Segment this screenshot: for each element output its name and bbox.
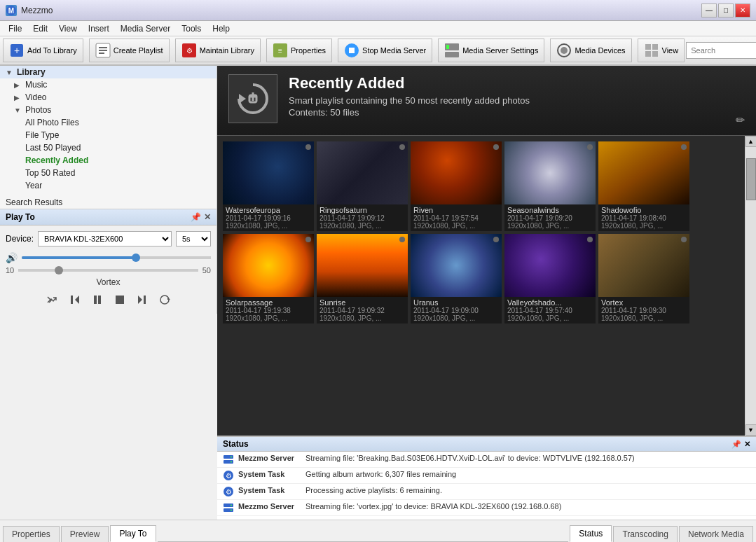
sidebar-item-top-50-rated[interactable]: Top 50 Rated: [0, 167, 217, 179]
close-button[interactable]: ✕: [735, 4, 750, 18]
playlist-info: Recently Added Smart playlist containing…: [289, 74, 530, 118]
menu-item-view[interactable]: View: [53, 22, 83, 35]
tab-preview[interactable]: Preview: [61, 526, 109, 542]
close-status-icon[interactable]: ✕: [744, 440, 750, 449]
thumb-date: 2011-04-17 19:57:54: [413, 214, 499, 222]
sidebar-item-file-type[interactable]: File Type: [0, 129, 217, 141]
device-row: Device: BRAVIA KDL-32EX600 5s 10s 15s: [6, 231, 211, 246]
thumb-name: Shadowofio: [601, 206, 687, 214]
progress-slider[interactable]: [18, 269, 198, 272]
tab-status[interactable]: Status: [570, 525, 612, 542]
sidebar-item-recently-added[interactable]: Recently Added: [0, 154, 217, 167]
svg-marker-31: [239, 94, 246, 104]
scroll-up-button[interactable]: ▲: [745, 136, 757, 147]
sidebar-item-all-photo-files[interactable]: All Photo Files: [0, 116, 217, 129]
photos-arrow: ▼: [14, 106, 22, 114]
toolbar: + Add To Library Create Playlist ⚙ Maint…: [0, 36, 756, 66]
shuffle-button[interactable]: [44, 291, 61, 308]
thumb-ringsofsaturn[interactable]: Ringsofsaturn 2011-04-17 19:09:12 1920x1…: [317, 141, 408, 231]
create-playlist-button[interactable]: Create Playlist: [89, 39, 170, 62]
menu-item-media server[interactable]: Media Server: [115, 22, 176, 35]
pin-icon[interactable]: 📌: [191, 212, 201, 222]
sidebar-item-photos[interactable]: ▼ Photos: [0, 104, 217, 116]
video-arrow: ▶: [14, 94, 22, 102]
thumb-date: 2011-04-17 19:09:12: [319, 214, 405, 222]
svg-text:M: M: [8, 7, 14, 15]
volume-row: 🔊: [6, 252, 211, 263]
volume-slider[interactable]: [22, 256, 211, 259]
view-button[interactable]: View: [638, 39, 685, 62]
thumb-indicator: [681, 144, 687, 150]
thumb-image: [504, 234, 596, 297]
thumb-watersofeuropa[interactable]: Watersofeuropa 2011-04-17 19:09:16 1920x…: [223, 141, 314, 231]
maintain-library-button[interactable]: ⚙ Maintain Library: [175, 39, 261, 62]
stop-media-server-button[interactable]: Stop Media Server: [338, 39, 432, 62]
content-scroll-area: Watersofeuropa 2011-04-17 19:09:16 1920x…: [217, 136, 756, 436]
status-text-0: Streaming file: 'Breaking.Bad.S03E06.HDT…: [305, 454, 635, 462]
sidebar-item-music[interactable]: ▶ Music: [0, 78, 217, 91]
menu-item-file[interactable]: File: [3, 22, 27, 35]
media-devices-button[interactable]: Media Devices: [550, 39, 631, 62]
tab-properties[interactable]: Properties: [3, 526, 60, 542]
tab-play-to[interactable]: Play To: [110, 525, 156, 542]
sidebar-item-label: Recently Added: [25, 155, 88, 165]
progress-thumb[interactable]: [55, 266, 63, 275]
task-icon-1: ⚙: [223, 470, 234, 481]
thumb-indicator: [399, 144, 405, 150]
status-header: Status 📌 ✕: [217, 437, 756, 452]
thumb-name: Seasonalwinds: [507, 206, 593, 214]
edit-button[interactable]: ✏: [736, 113, 745, 127]
prev-button[interactable]: [67, 291, 83, 308]
add-to-library-label: Add To Library: [27, 46, 77, 55]
menu-item-tools[interactable]: Tools: [176, 22, 207, 35]
menu-item-insert[interactable]: Insert: [83, 22, 115, 35]
scroll-down-button[interactable]: ▼: [745, 424, 757, 436]
maximize-button[interactable]: □: [718, 4, 734, 18]
thumb-valleyofshado[interactable]: Valleyofshado... 2011-04-17 19:57:40 192…: [504, 234, 596, 324]
sidebar-item-year[interactable]: Year: [0, 179, 217, 192]
progress-end: 50: [202, 266, 211, 275]
menubar: FileEditViewInsertMedia ServerToolsHelp: [0, 21, 756, 36]
search-input[interactable]: [686, 42, 756, 59]
menu-item-help[interactable]: Help: [207, 22, 235, 35]
thumb-meta: 1920x1080, JPG, ...: [413, 222, 499, 230]
thumb-solarpassage[interactable]: Solarpassage 2011-04-17 19:19:38 1920x10…: [223, 234, 314, 324]
thumb-sunrise[interactable]: Sunrise 2011-04-17 19:09:32 1920x1080, J…: [317, 234, 408, 324]
volume-thumb[interactable]: [132, 253, 140, 262]
next-button[interactable]: [134, 291, 151, 308]
thumb-riven[interactable]: Riven 2011-04-17 19:57:54 1920x1080, JPG…: [411, 141, 502, 231]
svg-rect-26: [98, 296, 101, 304]
sidebar-item-video[interactable]: ▶ Video: [0, 91, 217, 104]
thumb-vortex[interactable]: Vortex 2011-04-17 19:09:30 1920x1080, JP…: [598, 234, 689, 324]
now-playing-title: Vortex: [96, 277, 120, 287]
thumb-seasonalwinds[interactable]: Seasonalwinds 2011-04-17 19:09:20 1920x1…: [504, 141, 596, 231]
status-row-1: ⚙ System Task Getting album artwork: 6,3…: [217, 468, 756, 484]
sidebar-item-library[interactable]: ▼ Library: [0, 66, 217, 78]
tab-transcoding[interactable]: Transcoding: [613, 526, 678, 542]
thumb-shadowofio[interactable]: Shadowofio 2011-04-17 19:08:40 1920x1080…: [598, 141, 689, 231]
thumb-indicator: [587, 237, 593, 242]
tab-network-media[interactable]: Network Media: [679, 526, 753, 542]
thumb-uranus[interactable]: Uranus 2011-04-17 19:09:00 1920x1080, JP…: [411, 234, 502, 324]
close-panel-icon[interactable]: ✕: [204, 212, 211, 222]
menu-item-edit[interactable]: Edit: [27, 22, 53, 35]
thumb-info: Shadowofio 2011-04-17 19:08:40 1920x1080…: [598, 204, 689, 231]
scrollbar-thumb[interactable]: [746, 158, 756, 200]
thumb-date: 2011-04-17 19:09:16: [226, 214, 311, 222]
sidebar-item-search-results[interactable]: Search Results: [0, 192, 217, 209]
thumb-meta: 1920x1080, JPG, ...: [226, 314, 311, 322]
device-select[interactable]: BRAVIA KDL-32EX600: [38, 231, 172, 246]
main-area: ▼ Library ▶ Music ▶ Video ▼ Photos All P…: [0, 66, 756, 520]
properties-button[interactable]: ≡ Properties: [266, 39, 332, 62]
minimize-button[interactable]: —: [701, 4, 717, 18]
delay-select[interactable]: 5s 10s 15s: [176, 231, 211, 246]
thumb-image: [223, 141, 314, 204]
stop-button[interactable]: [111, 291, 128, 308]
pause-button[interactable]: [89, 291, 106, 308]
pin-status-icon[interactable]: 📌: [731, 440, 741, 449]
media-server-settings-button[interactable]: Media Server Settings: [438, 39, 544, 62]
sidebar-item-last-50-played[interactable]: Last 50 Played: [0, 141, 217, 154]
repeat-button[interactable]: [156, 291, 173, 308]
add-to-library-button[interactable]: + Add To Library: [3, 39, 83, 62]
sidebar-item-label: File Type: [25, 130, 59, 140]
